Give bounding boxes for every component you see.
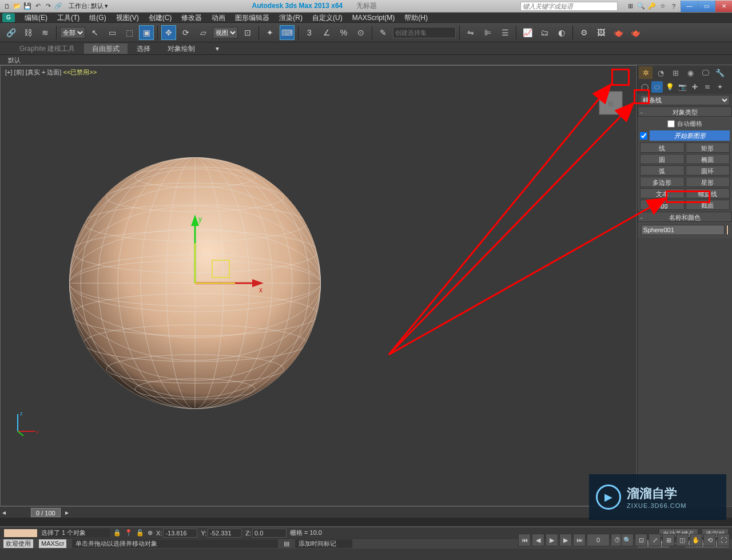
geometry-cat-icon[interactable]: ◯ — [639, 81, 650, 93]
select-region-icon[interactable]: ⬚ — [122, 25, 137, 40]
hierarchy-tab-icon[interactable]: ⊞ — [669, 66, 682, 79]
time-slider[interactable]: 0 / 100 — [31, 508, 61, 517]
qat-undo-icon[interactable]: ↶ — [33, 2, 42, 11]
lock-icon[interactable]: 🔒 — [113, 529, 121, 537]
create-tab-icon[interactable]: ✲ — [639, 66, 653, 79]
viewport-label[interactable]: [+] [前] [真实 + 边面] <<已禁用>> — [5, 68, 97, 77]
ribbon-tab-graphite[interactable]: Graphite 建模工具 — [11, 43, 83, 54]
viewport[interactable]: [+] [前] [真实 + 边面] <<已禁用>> — [0, 65, 637, 506]
spacewarps-cat-icon[interactable]: ≋ — [702, 81, 713, 93]
helix-button[interactable]: 螺旋线 — [686, 188, 730, 198]
timeline-next-icon[interactable]: ▸ — [63, 509, 71, 517]
window-crossing-icon[interactable]: ▣ — [139, 25, 154, 40]
help-search-input[interactable] — [520, 2, 618, 11]
layers-icon[interactable]: ☰ — [498, 25, 512, 40]
ribbon-expand-icon[interactable]: ▾ — [216, 45, 219, 53]
select-icon[interactable]: ↖ — [87, 25, 102, 40]
start-new-checkbox[interactable] — [640, 132, 647, 140]
viewcube[interactable]: 前 — [591, 83, 631, 123]
ribbon-tab-select[interactable]: 选择 — [129, 43, 158, 54]
cameras-cat-icon[interactable]: 📷 — [677, 81, 688, 93]
prev-frame-icon[interactable]: ◀ — [532, 534, 544, 546]
menu-customize[interactable]: 自定义(U) — [308, 13, 347, 22]
scale-icon[interactable]: ▱ — [196, 25, 210, 40]
text-button[interactable]: 文本 — [640, 188, 685, 198]
maximize-button[interactable]: ▭ — [698, 1, 715, 12]
keyboard-shortcut-icon[interactable]: ⌨ — [280, 25, 295, 40]
max-toggle-icon[interactable]: ⛶ — [717, 534, 730, 546]
helpers-cat-icon[interactable]: ✚ — [689, 81, 701, 93]
bind-icon[interactable]: ≋ — [38, 25, 53, 40]
isolate-icon[interactable]: 📍 — [125, 529, 133, 537]
lights-cat-icon[interactable]: 💡 — [664, 81, 675, 93]
menu-modifiers[interactable]: 修改器 — [177, 13, 206, 22]
line-button[interactable]: 线 — [640, 142, 685, 153]
ref-coord-dd[interactable]: 视图 — [213, 27, 238, 38]
render-prod-icon[interactable]: 🫖 — [628, 25, 643, 40]
timeline-prev-icon[interactable]: ◂ — [0, 509, 8, 517]
circle-button[interactable]: 圆 — [640, 154, 685, 164]
z-coord-input[interactable] — [252, 529, 287, 538]
render-setup-icon[interactable]: ⚙ — [576, 25, 591, 40]
modify-tab-icon[interactable]: ◔ — [654, 66, 667, 79]
unlink-icon[interactable]: ⛓ — [21, 25, 35, 40]
schematic-icon[interactable]: 🗂 — [537, 25, 552, 40]
coord-mode-icon[interactable]: ⊕ — [148, 529, 153, 537]
ribbon-tab-paint[interactable]: 对象绘制 — [160, 43, 203, 54]
infocenter-icon[interactable]: ⊞ — [626, 2, 635, 11]
menu-edit[interactable]: 编辑(E) — [20, 13, 52, 22]
qat-link-icon[interactable]: 🔗 — [54, 2, 63, 11]
time-tag[interactable]: 添加时间标记 — [295, 539, 352, 548]
menu-group[interactable]: 组(G) — [85, 13, 110, 22]
rotate-icon[interactable]: ⟳ — [178, 25, 193, 40]
menu-help[interactable]: 帮助(H) — [400, 13, 432, 22]
start-new-shape-button[interactable]: 开始新图形 — [650, 130, 730, 141]
selection-filter-dd[interactable]: 全部 — [60, 27, 85, 38]
star-button[interactable]: 星形 — [686, 177, 730, 187]
shapes-cat-icon[interactable]: ⬭ — [651, 81, 663, 93]
rollout-name-color[interactable]: -名称和颜色 — [638, 212, 732, 222]
zoom-icon[interactable]: 🔍 — [621, 534, 634, 546]
ngon-button[interactable]: 多边形 — [640, 177, 685, 187]
menu-create[interactable]: 创建(C) — [144, 13, 177, 22]
mirror-icon[interactable]: ⇋ — [463, 25, 478, 40]
rectangle-button[interactable]: 矩形 — [686, 142, 730, 153]
fov-icon[interactable]: ◫ — [676, 534, 689, 546]
named-selection-input[interactable] — [393, 27, 456, 38]
viewport-sphere[interactable]: y x — [35, 123, 355, 443]
pan-icon[interactable]: ✋ — [690, 534, 702, 546]
category-dropdown[interactable]: 样条线 — [640, 95, 730, 105]
edit-named-icon[interactable]: ✎ — [376, 25, 391, 40]
autogrid-checkbox[interactable] — [667, 120, 675, 128]
menu-render[interactable]: 渲染(R) — [274, 13, 307, 22]
snap-percent-icon[interactable]: % — [336, 25, 351, 40]
zoom-extents-icon[interactable]: ⤢ — [649, 534, 661, 546]
x-coord-input[interactable] — [163, 529, 197, 538]
manipulate-icon[interactable]: ✦ — [262, 25, 277, 40]
menu-view[interactable]: 视图(V) — [112, 13, 144, 22]
favorite-icon[interactable]: ☆ — [658, 2, 667, 11]
spinner-snap-icon[interactable]: ⊙ — [353, 25, 368, 40]
orbit-icon[interactable]: ⟲ — [703, 534, 716, 546]
zoom-all-icon[interactable]: ⊡ — [635, 534, 647, 546]
goto-start-icon[interactable]: ⏮ — [518, 534, 531, 546]
pivot-icon[interactable]: ⊡ — [240, 25, 255, 40]
ellipse-button[interactable]: 椭圆 — [686, 154, 730, 164]
display-tab-icon[interactable]: 🖵 — [698, 66, 712, 79]
systems-cat-icon[interactable]: ✦ — [714, 81, 726, 93]
minimize-button[interactable]: — — [681, 1, 698, 12]
play-icon[interactable]: ▶ — [546, 534, 558, 546]
zoom-extents-all-icon[interactable]: ⊞ — [662, 534, 675, 546]
utilities-tab-icon[interactable]: 🔧 — [713, 66, 727, 79]
close-button[interactable]: ✕ — [715, 1, 732, 12]
render-icon[interactable]: 🫖 — [611, 25, 626, 40]
goto-end-icon[interactable]: ⏭ — [573, 534, 586, 546]
object-color-swatch[interactable] — [726, 225, 729, 235]
menu-tools[interactable]: 工具(T) — [53, 13, 84, 22]
next-frame-icon[interactable]: ▶ — [559, 534, 572, 546]
object-name-input[interactable] — [641, 225, 725, 235]
link-icon[interactable]: 🔗 — [3, 25, 18, 40]
subscription-icon[interactable]: 🔑 — [647, 2, 657, 11]
egg-button[interactable]: Egg — [640, 200, 685, 210]
qat-redo-icon[interactable]: ↷ — [43, 2, 53, 11]
